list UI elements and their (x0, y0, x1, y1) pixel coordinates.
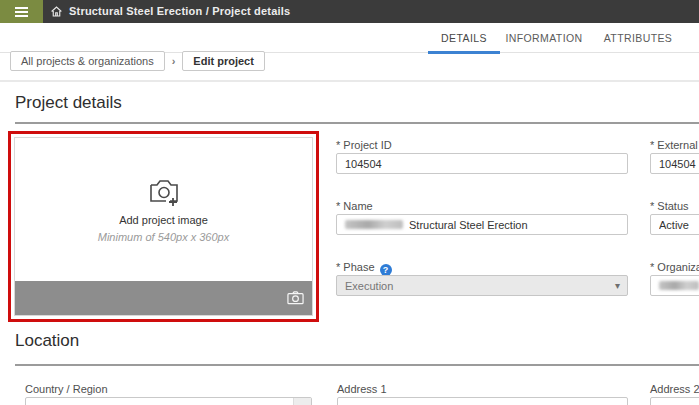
hamburger-menu-button[interactable] (0, 0, 43, 23)
phase-label: * Phase? (336, 261, 392, 276)
name-label: * Name (336, 200, 373, 212)
country-region-label: Country / Region (25, 383, 108, 395)
address1-input[interactable] (337, 397, 628, 405)
camera-plus-icon (146, 177, 182, 208)
all-projects-button[interactable]: All projects & organizations (10, 51, 165, 71)
address2-input[interactable] (650, 397, 699, 405)
organization-input[interactable] (650, 275, 699, 296)
address2-label: Address 2 (650, 383, 699, 395)
name-value: Structural Steel Erection (409, 219, 528, 231)
phase-value: Execution (345, 280, 393, 292)
breadcrumb: All projects & organizations › Edit proj… (10, 51, 265, 71)
phase-select[interactable]: Execution ▾ (336, 275, 628, 296)
home-icon[interactable] (49, 4, 64, 19)
project-details-divider (15, 122, 699, 124)
address1-label: Address 1 (337, 383, 387, 395)
camera-icon[interactable] (287, 290, 304, 305)
image-card-footer (15, 281, 312, 315)
project-id-label: * Project ID (336, 139, 392, 151)
country-region-select[interactable] (25, 397, 312, 405)
redacted-organization-value (659, 281, 699, 290)
project-details-heading: Project details (15, 93, 122, 113)
location-heading: Location (15, 331, 79, 351)
external-project-label: * External proj (650, 139, 699, 151)
image-upload-dropzone[interactable]: Add project image Minimum of 540px x 360… (15, 138, 312, 281)
name-input[interactable]: Structural Steel Erection (336, 214, 628, 235)
breadcrumb-tab-bar: All projects & organizations › Edit proj… (0, 23, 699, 53)
country-dropdown-zone (293, 398, 311, 405)
app-window: Structural Steel Erection / Project deta… (0, 0, 699, 405)
header-breadcrumb-title: Structural Steel Erection / Project deta… (69, 0, 290, 23)
tab-attributes[interactable]: ATTRIBUTES (600, 23, 676, 53)
hamburger-icon (15, 7, 28, 9)
project-id-input[interactable] (336, 153, 628, 174)
status-label: * Status (650, 200, 689, 212)
chevron-right-icon: › (172, 55, 176, 67)
tab-information[interactable]: INFORMATION (505, 23, 583, 53)
redacted-name-prefix (345, 220, 403, 229)
content-top-shadow (0, 80, 699, 82)
image-minimum-size-hint: Minimum of 540px x 360px (98, 231, 229, 243)
app-bar: Structural Steel Erection / Project deta… (0, 0, 699, 23)
chevron-down-icon: ▾ (615, 280, 620, 291)
organization-label: * Organization (650, 261, 699, 273)
location-divider (15, 364, 699, 366)
edit-project-button[interactable]: Edit project (182, 51, 265, 71)
add-project-image-label: Add project image (119, 214, 208, 226)
external-project-input[interactable] (650, 153, 699, 174)
tab-details[interactable]: DETAILS (428, 23, 500, 53)
status-input[interactable] (650, 214, 699, 235)
project-image-upload-card[interactable]: Add project image Minimum of 540px x 360… (14, 137, 313, 316)
